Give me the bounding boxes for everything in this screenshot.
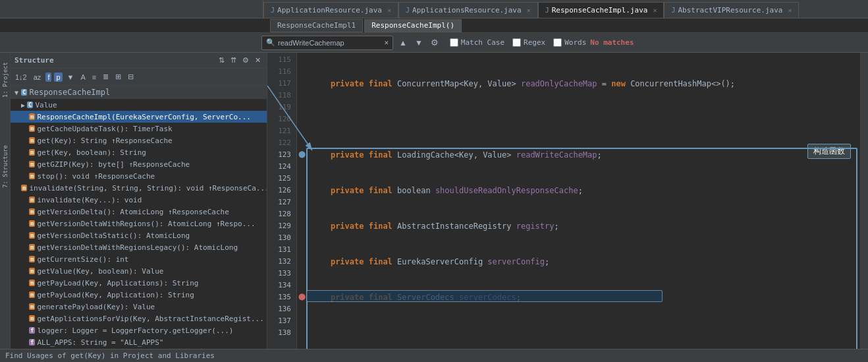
tree-item-7[interactable]: m getVersionDelta(): AtomicLong ↑Respons… — [11, 206, 267, 218]
structure-title: Structure — [14, 56, 54, 65]
tree-item-4[interactable]: m stop(): void ↑ResponseCache — [11, 170, 267, 182]
sort-btn-5[interactable]: ≡ — [90, 73, 98, 82]
method-badge: m — [29, 256, 35, 262]
method-label: invalidate(String, String, String): void… — [29, 184, 267, 193]
clear-search-icon[interactable]: ✕ — [384, 38, 389, 47]
search-bar: 🔍 ✕ ▲ ▼ ⚙ Match Case Regex Words No matc… — [0, 33, 868, 53]
sort-btn-8[interactable]: ⊟ — [126, 72, 136, 82]
bookmark-123: ⬤ — [297, 148, 306, 160]
close-icon[interactable]: ✕ — [788, 7, 792, 14]
tree-item-15[interactable]: m generatePayload(Key): Value — [11, 301, 267, 313]
tree-item-5[interactable]: m invalidate(String, String, String): vo… — [11, 182, 267, 194]
ln-128: 128 — [267, 208, 291, 220]
method-badge: m — [29, 137, 35, 144]
sort-btn-f[interactable]: f — [45, 73, 51, 82]
match-case-checkbox[interactable] — [450, 38, 458, 47]
method-label: getPayLoad(Key, Applications): String — [37, 279, 198, 287]
sort-visibility-button[interactable]: ⇈ — [229, 55, 238, 65]
method-badge: m — [29, 232, 35, 239]
sort-btn-7[interactable]: ⊞ — [113, 72, 123, 82]
sort-btn-4[interactable]: A — [78, 73, 87, 82]
java-icon: J — [545, 7, 549, 14]
sort-btn-p[interactable]: p — [54, 73, 62, 82]
tree-item-10[interactable]: m getVersionDeltaWithRegionsLegacy(): At… — [11, 241, 267, 253]
method-badge: m — [29, 315, 35, 322]
method-label: getGZIP(Key): byte[] ↑ResponseCache — [37, 160, 190, 169]
tree-item-field-all-apps-delta[interactable]: f ALL_APPS_DELTA: String = "ALL_APPS_DEL… — [11, 348, 267, 349]
annotation-constructor: 构造函数 — [807, 144, 851, 159]
tree-item-6[interactable]: m invalidate(Key...): void — [11, 194, 267, 206]
structure-tab[interactable]: 7: Structure — [1, 142, 9, 191]
tree-item-13[interactable]: m getPayLoad(Key, Applications): String — [11, 277, 267, 289]
structure-header: Structure ⇅ ⇈ ⚙ ✕ — [11, 53, 267, 69]
tree-item-16[interactable]: m getApplicationsForVip(Key, AbstractIns… — [11, 313, 267, 324]
java-icon: J — [671, 7, 675, 14]
tab-response-cache-impl[interactable]: J ResponseCacheImpl.java ✕ — [538, 2, 665, 18]
words-checkbox[interactable] — [553, 38, 562, 47]
collapse-arrow: ▶ — [21, 102, 25, 109]
tab-application-resource[interactable]: J ApplicationResource.java ✕ — [263, 2, 398, 18]
ln-132: 132 — [267, 256, 291, 268]
tree-item-9[interactable]: m getVersionDeltaStatic(): AtomicLong — [11, 229, 267, 241]
settings-button[interactable]: ⚙ — [240, 55, 251, 65]
tree-item-field-all-apps[interactable]: f ALL_APPS: String = "ALL_APPS" — [11, 336, 267, 348]
sort-btn-6[interactable]: ≣ — [101, 72, 111, 82]
close-panel-button[interactable]: ✕ — [253, 55, 263, 65]
field-badge: f — [29, 327, 35, 334]
search-icon: 🔍 — [266, 38, 275, 47]
close-icon[interactable]: ✕ — [653, 7, 657, 14]
method-label: getPayLoad(Key, Application): String — [37, 291, 194, 299]
method-badge: m — [29, 280, 35, 286]
class-badge: C — [21, 89, 27, 96]
search-prev-button[interactable]: ▲ — [397, 38, 409, 48]
project-tab[interactable]: 1: Project — [1, 59, 9, 100]
class-header[interactable]: ▼ C ResponseCacheImpl — [11, 86, 267, 99]
words-label[interactable]: Words — [553, 38, 586, 47]
scrollbar-gutter[interactable] — [860, 53, 868, 349]
tree-item-0[interactable]: m getCacheUpdateTask(): TimerTask — [11, 123, 267, 135]
method-label: getVersionDelta(): AtomicLong ↑ResponseC… — [37, 208, 229, 216]
search-input[interactable] — [278, 39, 364, 47]
sort-btn-1[interactable]: 1↓2 — [13, 73, 29, 82]
tab-label: ApplicationsResource.java — [412, 6, 522, 15]
tree-item-constructor[interactable]: m ResponseCacheImpl(EurekaServerConfig, … — [11, 111, 267, 123]
tab-abstract-vip-resource[interactable]: J AbstractVIPResource.java ✕ — [664, 2, 799, 18]
breadcrumb-label-1: ResponseCacheImpl1 — [277, 21, 356, 30]
tab-applications-resource[interactable]: J ApplicationsResource.java ✕ — [398, 2, 538, 18]
tree-item-12[interactable]: m getValue(Key, boolean): Value — [11, 265, 267, 277]
tree-item-value[interactable]: ▶ C Value — [11, 99, 267, 111]
search-next-button[interactable]: ▼ — [413, 38, 425, 48]
ln-125: 125 — [267, 173, 291, 185]
code-editor[interactable]: 115 116 117 118 119 120 121 122 123 124 … — [267, 53, 860, 349]
tree-item-3[interactable]: m getGZIP(Key): byte[] ↑ResponseCache — [11, 158, 267, 170]
ln-137: 137 — [267, 315, 291, 327]
close-icon[interactable]: ✕ — [387, 7, 391, 14]
tree-item-2[interactable]: m get(Key, boolean): String — [11, 146, 267, 158]
tree-item-field-logger[interactable]: f logger: Logger = LoggerFactory.getLogg… — [11, 324, 267, 336]
method-badge: m — [29, 125, 35, 132]
breadcrumb-tab-1[interactable]: ResponseCacheImpl1 — [270, 19, 363, 32]
tree-item-14[interactable]: m getPayLoad(Key, Application): String — [11, 289, 267, 301]
breadcrumb-tab-2[interactable]: ResponseCacheImpl() — [364, 19, 462, 32]
ln-115: 115 — [267, 54, 291, 66]
breadcrumb-bar: ResponseCacheImpl1 ResponseCacheImpl() — [0, 18, 868, 33]
close-icon[interactable]: ✕ — [527, 7, 531, 14]
field-badge: f — [29, 339, 35, 346]
tree-item-11[interactable]: m getCurrentSize(): int — [11, 253, 267, 265]
method-label: getApplicationsForVip(Key, AbstractInsta… — [37, 315, 263, 323]
method-label: get(Key): String ↑ResponseCache — [37, 136, 172, 145]
method-label: getCurrentSize(): int — [37, 255, 128, 264]
sort-btn-3[interactable]: ▼ — [65, 73, 76, 82]
regex-label[interactable]: Regex — [512, 38, 545, 47]
tree-item-8[interactable]: m getVersionDeltaWithRegions(): AtomicLo… — [11, 218, 267, 229]
match-case-label[interactable]: Match Case — [450, 38, 504, 47]
regex-checkbox[interactable] — [512, 38, 521, 47]
sort-alpha-button[interactable]: ⇅ — [217, 55, 227, 65]
method-label: getValue(Key, boolean): Value — [37, 267, 163, 276]
search-options-button[interactable]: ⚙ — [429, 37, 441, 48]
ln-134: 134 — [267, 280, 291, 291]
ln-119: 119 — [267, 102, 291, 113]
tree-item-1[interactable]: m get(Key): String ↑ResponseCache — [11, 135, 267, 146]
tab-label: ResponseCacheImpl.java — [552, 6, 648, 15]
sort-btn-2[interactable]: az — [32, 73, 43, 82]
